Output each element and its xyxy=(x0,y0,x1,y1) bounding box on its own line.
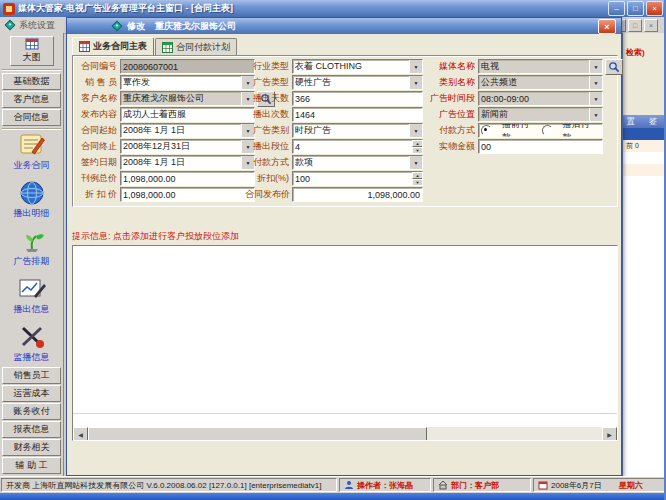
ad-timeslot-value: 08:00-09:00 xyxy=(481,94,589,104)
broadcast-segment-field[interactable]: 4▲▼ xyxy=(292,139,423,154)
contract-start-select[interactable]: 2008年 1月 1日▼ xyxy=(120,123,255,138)
contract-publish-price-label: 合同发布价 xyxy=(245,188,289,201)
spin-down-icon[interactable]: ▼ xyxy=(412,179,423,186)
screen: 媒体大管家-电视广告业务管理平台主窗口 - [合同主表] – □ × 系统设置 … xyxy=(0,0,666,500)
salesman-select[interactable]: 覃作发▼ xyxy=(120,75,255,90)
discount-percent-value: 100 xyxy=(295,174,412,184)
divider xyxy=(2,128,61,130)
sidebar-item-base-data[interactable]: 基础数据 xyxy=(2,73,61,90)
contract-publish-price-value: 1,098,000.00 xyxy=(295,190,420,200)
broadcast-days-field[interactable]: 366 xyxy=(292,91,423,106)
chevron-down-icon[interactable]: ▼ xyxy=(409,75,423,90)
background-grid-row xyxy=(623,164,666,176)
industry-type-select[interactable]: 衣着 CLOTHING▼ xyxy=(292,59,423,74)
sidebar-bigview-button[interactable]: 大图 xyxy=(10,36,54,66)
background-window-fragment: 检索) 置 签 前 0 xyxy=(622,33,666,477)
close-button[interactable]: × xyxy=(646,1,663,16)
sidebar-item-report-info[interactable]: 报表信息 xyxy=(2,421,61,438)
sidebar-icon-label: 播出信息 xyxy=(14,303,50,316)
chevron-down-icon[interactable]: ▼ xyxy=(589,59,603,74)
house-icon xyxy=(438,480,448,490)
ad-category-value: 时段广告 xyxy=(295,124,409,137)
media-name-select[interactable]: 电视▼ xyxy=(478,59,603,74)
minimize-button[interactable]: – xyxy=(608,1,625,16)
discount-percent-stepper[interactable]: ▲▼ xyxy=(412,172,423,185)
sidebar-item-sales-staff[interactable]: 销售员工 xyxy=(2,367,61,384)
ad-category-select[interactable]: 时段广告▼ xyxy=(292,123,423,138)
goods-amount-field[interactable]: 00 xyxy=(478,139,603,154)
category-name-select[interactable]: 公共频道▼ xyxy=(478,75,603,90)
broadcast-days-label: 播出天数 xyxy=(245,92,289,105)
broadcast-times-label: 播出次数 xyxy=(245,108,289,121)
scroll-left-icon[interactable]: ◀ xyxy=(73,427,88,441)
sidebar-icon-label: 监播信息 xyxy=(14,351,50,364)
radio-label: 播前付款 xyxy=(502,123,532,138)
contract-no-field[interactable]: 20080607001 xyxy=(120,59,255,74)
sidebar-icon-item-monitor-info[interactable]: 监播信息 xyxy=(2,324,61,371)
dialog-titlebar[interactable]: 修改 重庆雅戈尔服饰公司 × xyxy=(67,18,621,34)
ad-position-select[interactable]: 新闻前▼ xyxy=(478,107,603,122)
chevron-down-icon[interactable]: ▼ xyxy=(589,91,603,106)
sidebar-item-customer-info[interactable]: 客户信息 xyxy=(2,91,61,108)
sidebar-item-contract-info[interactable]: 合同信息 xyxy=(2,109,61,126)
ad-timeslot-select[interactable]: 08:00-09:00▼ xyxy=(478,91,603,106)
tab-contract-main[interactable]: 业务合同主表 xyxy=(72,37,154,55)
contract-publish-price-field[interactable]: 1,098,000.00 xyxy=(292,187,423,202)
chevron-down-icon[interactable]: ▼ xyxy=(409,123,423,138)
mdi-restore-button[interactable]: □ xyxy=(628,19,642,32)
payment-method-label: 付款方式 xyxy=(245,156,289,169)
publish-content-field[interactable]: 成功人士着西服 xyxy=(120,107,255,122)
contract-end-select[interactable]: 2008年12月31日▼ xyxy=(120,139,255,154)
bigview-icon xyxy=(25,38,39,50)
ad-type-label: 广告类型 xyxy=(245,76,289,89)
chevron-down-icon[interactable]: ▼ xyxy=(589,107,603,122)
media-name-search-button[interactable] xyxy=(605,59,623,75)
sidebar-item-finance-related[interactable]: 财务相关 xyxy=(2,439,61,456)
chevron-down-icon[interactable]: ▼ xyxy=(589,75,603,90)
list-total-price-value: 1,098,000.00 xyxy=(123,174,252,184)
list-total-price-field[interactable]: 1,098,000.00 xyxy=(120,171,255,186)
status-weekday-text: 星期六 xyxy=(619,480,643,491)
sidebar-icon-item-business-contract[interactable]: 业务合同 xyxy=(2,132,61,179)
customer-name-select[interactable]: 重庆雅戈尔服饰公司▼ xyxy=(120,91,255,106)
category-name-value: 公共频道 xyxy=(481,76,589,89)
chevron-down-icon[interactable]: ▼ xyxy=(409,59,423,74)
taskbar-strip xyxy=(0,493,666,500)
sign-date-value: 2008年 1月 1日 xyxy=(123,156,241,169)
spin-up-icon[interactable]: ▲ xyxy=(412,172,423,179)
dialog-close-button[interactable]: × xyxy=(598,19,616,34)
sidebar-item-auxiliary-tools[interactable]: 辅 助 工 xyxy=(2,457,61,474)
contract-end-label: 合同终止 xyxy=(77,140,117,153)
scroll-right-icon[interactable]: ▶ xyxy=(602,427,617,441)
radio-pay-before[interactable] xyxy=(481,125,492,136)
ad-type-select[interactable]: 硬性广告▼ xyxy=(292,75,423,90)
sidebar-item-account-payment[interactable]: 账务收付 xyxy=(2,403,61,420)
mdi-close-button[interactable]: × xyxy=(644,19,658,32)
payment-method-options: 播前付款播后付款 xyxy=(478,123,603,138)
scrollbar-thumb[interactable] xyxy=(88,427,427,441)
industry-type-label: 行业类型 xyxy=(245,60,289,73)
tab-payment-plan[interactable]: 合同付款计划 xyxy=(155,38,237,55)
sidebar-icon-item-broadcast-info[interactable]: 播出信息 xyxy=(2,276,61,323)
discount-price-field[interactable]: 1,098,000.00 xyxy=(120,187,255,202)
contract-start-value: 2008年 1月 1日 xyxy=(123,124,241,137)
spin-down-icon[interactable]: ▼ xyxy=(412,147,423,154)
sidebar-icon-item-broadcast-detail[interactable]: 播出明细 xyxy=(2,180,61,227)
tab2-icon xyxy=(162,42,173,53)
broadcast-segment-stepper[interactable]: ▲▼ xyxy=(412,140,423,153)
chevron-down-icon[interactable]: ▼ xyxy=(409,155,423,170)
discount-percent-field[interactable]: 100▲▼ xyxy=(292,171,423,186)
radio-pay-after[interactable] xyxy=(542,125,553,136)
sidebar-item-operation-cost[interactable]: 运营成本 xyxy=(2,385,61,402)
sign-date-select[interactable]: 2008年 1月 1日▼ xyxy=(120,155,255,170)
scrollbar-track[interactable] xyxy=(427,427,602,440)
background-search-text: 检索) xyxy=(626,47,645,58)
payment-method-select[interactable]: 款项▼ xyxy=(292,155,423,170)
calendar-icon xyxy=(538,480,548,490)
grid-hscrollbar[interactable]: ◀ ▶ xyxy=(73,427,617,440)
sidebar-icon-item-ad-schedule[interactable]: 广告排期 xyxy=(2,228,61,275)
broadcast-times-field[interactable]: 1464 xyxy=(292,107,423,122)
restore-button[interactable]: □ xyxy=(627,1,644,16)
toolbar-item-system-settings[interactable]: 系统设置 xyxy=(19,19,55,32)
spin-up-icon[interactable]: ▲ xyxy=(412,140,423,147)
